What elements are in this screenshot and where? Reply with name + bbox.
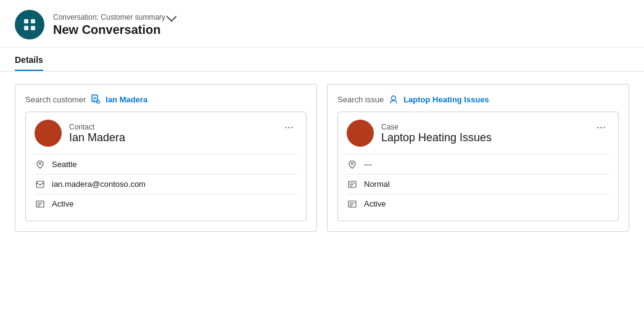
svg-point-9 xyxy=(39,162,41,164)
issue-status-icon xyxy=(347,200,358,208)
location-icon xyxy=(35,160,46,169)
issue-status-value: Active xyxy=(364,199,386,208)
issue-field-status: Active xyxy=(347,194,609,213)
issue-id-value: --- xyxy=(364,160,372,169)
issue-entity-info: Case Laptop Heating Issues xyxy=(381,123,593,144)
customer-search-label[interactable]: Search customer xyxy=(25,95,86,104)
svg-point-15 xyxy=(392,96,396,101)
customer-selected-value[interactable]: Ian Madera xyxy=(105,95,147,104)
issue-more-button[interactable]: ··· xyxy=(593,120,609,135)
svg-point-16 xyxy=(352,162,353,164)
app-icon xyxy=(15,10,44,39)
tabs-bar: Details xyxy=(0,47,644,72)
header-text: Conversation: Customer summary New Conve… xyxy=(53,13,175,37)
customer-panel: Search customer Ian Madera Contact Ian M… xyxy=(15,84,317,232)
customer-search-icon xyxy=(91,94,101,104)
issue-search-icon xyxy=(389,94,398,104)
issue-field-priority: Normal xyxy=(347,174,609,194)
customer-entity-name: Ian Madera xyxy=(69,131,281,144)
svg-rect-3 xyxy=(31,26,35,30)
customer-more-button[interactable]: ··· xyxy=(281,120,297,135)
tab-details[interactable]: Details xyxy=(15,55,43,71)
issue-inner-card: Case Laptop Heating Issues ··· --- xyxy=(337,112,619,221)
chevron-down-icon[interactable] xyxy=(167,11,177,22)
customer-field-email: ian.madera@contoso.com xyxy=(35,174,297,194)
header: Conversation: Customer summary New Conve… xyxy=(0,0,644,47)
issue-search-row: Search issue Laptop Heating Issues xyxy=(337,94,619,104)
customer-status-value: Active xyxy=(52,199,73,208)
page-title: New Conversation xyxy=(53,23,175,37)
customer-entity-type: Contact xyxy=(69,123,281,131)
customer-location-value: Seattle xyxy=(52,160,76,169)
customer-field-location: Seattle xyxy=(35,154,297,174)
subtitle-text: Conversation: Customer summary xyxy=(53,13,165,22)
customer-avatar xyxy=(35,120,62,147)
issue-entity-name: Laptop Heating Issues xyxy=(381,131,593,144)
priority-icon xyxy=(347,181,358,188)
main-content: Search customer Ian Madera Contact Ian M… xyxy=(0,72,644,244)
issue-priority-value: Normal xyxy=(364,179,390,189)
customer-field-status: Active xyxy=(35,194,297,213)
customer-search-row: Search customer Ian Madera xyxy=(25,94,307,104)
issue-avatar xyxy=(347,120,374,147)
issue-selected-value[interactable]: Laptop Heating Issues xyxy=(403,95,489,104)
svg-rect-1 xyxy=(31,19,35,23)
customer-inner-card: Contact Ian Madera ··· Seattle xyxy=(25,112,307,221)
status-icon xyxy=(35,200,46,208)
header-subtitle: Conversation: Customer summary xyxy=(53,13,175,22)
issue-field-id: --- xyxy=(347,154,609,174)
email-icon xyxy=(35,181,46,188)
issue-entity-header: Case Laptop Heating Issues ··· xyxy=(347,120,609,147)
case-id-icon xyxy=(347,160,358,169)
issue-entity-type: Case xyxy=(381,123,593,131)
customer-entity-info: Contact Ian Madera xyxy=(69,123,281,144)
customer-email-value: ian.madera@contoso.com xyxy=(52,179,146,189)
svg-rect-0 xyxy=(24,19,28,23)
svg-rect-2 xyxy=(24,26,28,30)
svg-rect-10 xyxy=(36,181,44,187)
issue-search-label[interactable]: Search issue xyxy=(337,95,384,104)
issue-panel: Search issue Laptop Heating Issues Case … xyxy=(327,84,629,232)
customer-entity-header: Contact Ian Madera ··· xyxy=(35,120,297,147)
